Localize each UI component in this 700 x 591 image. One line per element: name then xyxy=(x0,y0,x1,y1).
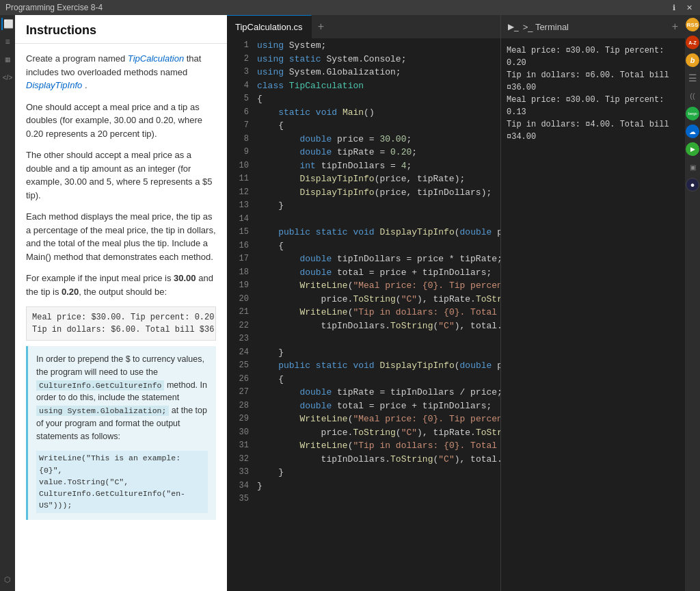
line-content: { xyxy=(254,239,500,253)
code-line: 6 static void Main() xyxy=(227,106,500,120)
code-editor[interactable]: 1using System;2using static System.Conso… xyxy=(227,39,500,591)
close-icon[interactable]: ✕ xyxy=(684,2,695,13)
line-number: 4 xyxy=(227,79,254,93)
line-content: double tipInDollars = price * tipRate; xyxy=(254,252,500,266)
window-title: Programming Exercise 8-4 xyxy=(5,3,669,12)
code-line: 9 double tipRate = 0.20; xyxy=(227,146,500,159)
line-number: 21 xyxy=(227,306,254,319)
main-layout: ⬜ ≡ ▦ </> ⬡ Instructions Create a progra… xyxy=(0,15,700,591)
instructions-para-4: Each method displays the meal price, the… xyxy=(26,210,216,263)
line-content: public static void DisplayTipInfo(double… xyxy=(254,359,500,373)
arrow-icon[interactable]: ▶ xyxy=(686,142,699,156)
instructions-content[interactable]: Create a program named TipCalculation th… xyxy=(15,44,227,591)
line-number: 22 xyxy=(227,319,254,333)
line-content: } xyxy=(254,199,500,213)
terminal-line: Meal price: ¤30.00. Tip percent: 0.20 xyxy=(507,44,679,69)
wifi-icon[interactable]: (( xyxy=(686,89,699,103)
line-content: DisplayTipInfo(price, tipInDollars); xyxy=(254,186,500,200)
line-number: 15 xyxy=(227,226,254,239)
line-number: 11 xyxy=(227,172,254,186)
code-line: 8 double price = 30.00; xyxy=(227,133,500,146)
line-number: 34 xyxy=(227,480,254,493)
line-number: 35 xyxy=(227,492,254,506)
line-content: WriteLine("Meal price: {0}. Tip percent:… xyxy=(254,279,500,293)
tab-tipcalculation[interactable]: TipCalculation.cs xyxy=(227,15,312,39)
line-number: 18 xyxy=(227,266,254,280)
code-line: 1using System; xyxy=(227,39,500,53)
line-content: class TipCalculation xyxy=(254,79,500,93)
terminal-content[interactable]: Meal price: ¤30.00. Tip percent: 0.20Tip… xyxy=(501,39,685,591)
code-line: 20 price.ToString("C"), tipRate.ToString… xyxy=(227,293,500,306)
lines-icon[interactable]: ☰ xyxy=(686,71,699,85)
code-line: 29 WriteLine("Meal price: {0}. Tip perce… xyxy=(227,412,500,426)
line-number: 16 xyxy=(227,239,254,253)
code-line: 17 double tipInDollars = price * tipRate… xyxy=(227,252,500,266)
line-content: WriteLine("Meal price: {0}. Tip percent:… xyxy=(254,412,500,426)
info-icon[interactable]: ℹ xyxy=(669,2,679,13)
line-content: using System.Globalization; xyxy=(254,66,500,79)
code-line: 28 double total = price + tipInDollars; xyxy=(227,399,500,413)
line-content: } xyxy=(254,480,500,493)
code-line: 25 public static void DisplayTipInfo(dou… xyxy=(227,359,500,373)
line-content: public static void DisplayTipInfo(double… xyxy=(254,226,500,239)
line-number: 19 xyxy=(227,279,254,293)
code-line: 14 xyxy=(227,213,500,226)
line-content: price.ToString("C"), tipRate.ToString("F… xyxy=(254,426,500,440)
line-number: 23 xyxy=(227,332,254,346)
code-line: 26 { xyxy=(227,373,500,386)
line-content: } xyxy=(254,346,500,360)
line-number: 9 xyxy=(227,146,254,159)
line-content: WriteLine("Tip in dollars: {0}. Total bi… xyxy=(254,439,500,453)
code-line: 23 xyxy=(227,332,500,346)
terminal-title: >_ Terminal xyxy=(523,22,668,32)
code-icon[interactable]: </> xyxy=(1,71,14,83)
code-line: 32 tipInDollars.ToString("C"), total.ToS… xyxy=(227,453,500,467)
b-icon[interactable]: b xyxy=(686,53,699,67)
using-statement-inline: using System.Globalization; xyxy=(36,406,169,416)
line-number: 8 xyxy=(227,133,254,146)
share-icon[interactable]: ⬡ xyxy=(1,573,14,586)
line-content: double tipRate = 0.20; xyxy=(254,146,500,159)
terminal-add-button[interactable]: + xyxy=(672,21,678,33)
line-number: 5 xyxy=(227,92,254,106)
line-content: WriteLine("Tip in dollars: {0}. Total bi… xyxy=(254,306,500,319)
line-content: { xyxy=(254,92,500,106)
terminal-line: Tip in dollars: ¤4.00. Total bill ¤34.00 xyxy=(507,118,679,143)
line-number: 30 xyxy=(227,426,254,440)
bergo-icon[interactable]: bergo xyxy=(686,107,699,120)
cloud-icon[interactable]: ☁ xyxy=(686,124,699,138)
line-content: static void Main() xyxy=(254,106,500,120)
code-line: 2using static System.Console; xyxy=(227,53,500,66)
line-content: using System; xyxy=(254,39,500,53)
terminal-header: ▶_ >_ Terminal + xyxy=(501,15,685,39)
az-icon[interactable]: A-Z xyxy=(686,36,699,49)
line-content: { xyxy=(254,373,500,386)
doc-icon[interactable]: ▣ xyxy=(686,160,699,174)
line-content: tipInDollars.ToString("C"), total.ToStri… xyxy=(254,319,500,333)
line-number: 14 xyxy=(227,213,254,226)
chart-icon[interactable]: ▦ xyxy=(1,53,14,66)
hint-text: In order to prepend the $ to currency va… xyxy=(36,353,208,443)
terminal-prompt-icon: ▶_ xyxy=(508,22,519,31)
code-line: 13 } xyxy=(227,199,500,213)
window-controls: ℹ ✕ xyxy=(669,2,695,13)
add-tab-button[interactable]: + xyxy=(312,15,331,39)
code-line: 4class TipCalculation xyxy=(227,79,500,93)
activity-bar: ⬜ ≡ ▦ </> ⬡ xyxy=(0,15,15,591)
line-content xyxy=(254,213,500,226)
hamburger-icon[interactable]: ≡ xyxy=(1,36,14,48)
instructions-heading: Instructions xyxy=(15,15,227,44)
titlebar: Programming Exercise 8-4 ℹ ✕ xyxy=(0,0,700,15)
rss-icon[interactable]: RSS xyxy=(686,18,699,31)
code-line: 10 int tipInDollars = 4; xyxy=(227,159,500,173)
line-number: 32 xyxy=(227,453,254,467)
instructions-para-3: The other should accept a meal price as … xyxy=(26,148,216,202)
tipcalculation-highlight: TipCalculation xyxy=(128,53,184,64)
right-bar: RSS A-Z b ☰ (( bergo ☁ ▶ ▣ ● xyxy=(685,15,700,591)
code-line: 35 xyxy=(227,492,500,506)
line-number: 3 xyxy=(227,66,254,79)
line-number: 31 xyxy=(227,439,254,453)
files-icon[interactable]: ⬜ xyxy=(1,18,14,30)
code-line: 27 double tipRate = tipInDollars / price… xyxy=(227,386,500,399)
circle-icon[interactable]: ● xyxy=(686,178,699,192)
